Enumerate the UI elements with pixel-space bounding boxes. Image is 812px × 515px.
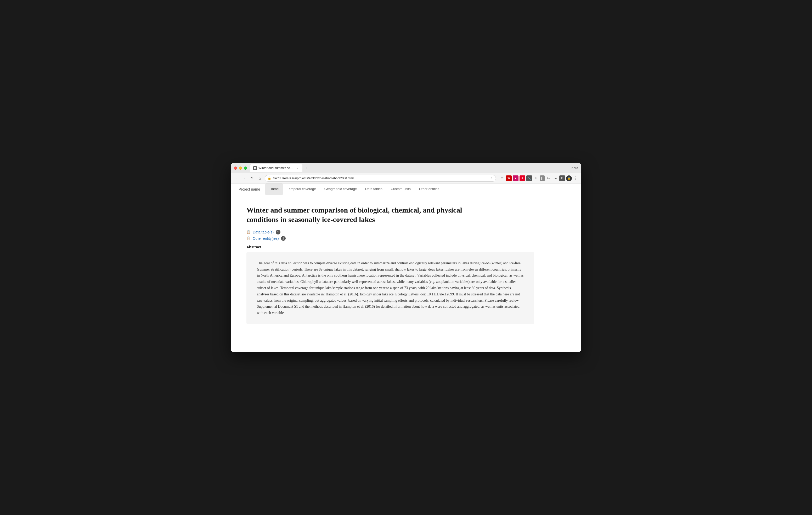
data-links: 📋 Data table(s) 1 📋 Other entity(ies) 1 (246, 230, 566, 241)
pinterest-icon[interactable]: P (520, 175, 525, 181)
abstract-section-title: Abstract (246, 245, 566, 249)
title-bar: 📄 Winter and summer compariso ✕ + Kara (231, 163, 581, 173)
nav-item-home[interactable]: Home (265, 183, 283, 195)
nav-item-other-entities[interactable]: Other entities (415, 183, 443, 195)
home-button[interactable]: ⌂ (257, 175, 263, 181)
forward-button[interactable]: › (241, 175, 247, 181)
tab-bar: 📄 Winter and summer compariso ✕ + (250, 164, 572, 172)
refresh-button[interactable]: ↻ (249, 175, 255, 181)
url-text: file:///Users/Kara/projects/emldown/inst… (273, 177, 354, 180)
tab-title: Winter and summer compariso (258, 166, 294, 170)
extension-icon-3[interactable]: 🔧 (526, 175, 532, 181)
traffic-lights (234, 166, 247, 170)
extension-icon-7[interactable]: ☁ (552, 175, 558, 181)
nav-item-temporal-coverage[interactable]: Temporal coverage (283, 183, 320, 195)
shield-icon[interactable]: 🛡 (499, 175, 505, 181)
browser-tab-active[interactable]: 📄 Winter and summer compariso ✕ (250, 164, 302, 172)
toolbar-icons: 🛡 W ♥ P 🔧 ✂ ▌ Aa ☁ G 🔒 ⋮ (499, 175, 579, 181)
tab-favicon-icon: 📄 (253, 166, 257, 170)
page-navigation: Project name Home Temporal coverage Geog… (231, 183, 581, 195)
data-tables-badge: 1 (276, 230, 281, 235)
extension-icon-9[interactable]: 🔒 (566, 175, 572, 181)
data-tables-link[interactable]: 📋 Data table(s) 1 (246, 230, 566, 235)
close-button[interactable] (234, 166, 237, 170)
more-options-button[interactable]: ⋮ (573, 175, 579, 181)
page-title: Winter and summer comparison of biologic… (246, 206, 482, 224)
extension-icon-6[interactable]: Aa (546, 175, 551, 181)
data-table-icon: 📋 (246, 230, 251, 234)
abstract-box: The goal of this data collection was to … (246, 252, 534, 324)
address-bar: ‹ › ↻ ⌂ 🔒 file:///Users/Kara/projects/em… (231, 173, 581, 183)
user-label: Kara (572, 166, 578, 170)
page-content: Winter and summer comparison of biologic… (231, 195, 581, 352)
other-entities-link[interactable]: 📋 Other entity(ies) 1 (246, 236, 566, 241)
extension-icon-1[interactable]: W (506, 175, 512, 181)
url-bar[interactable]: 🔒 file:///Users/Kara/projects/emldown/in… (265, 175, 496, 182)
nav-item-geographic-coverage[interactable]: Geographic coverage (320, 183, 361, 195)
new-tab-button[interactable]: + (303, 165, 310, 172)
nav-item-custom-units[interactable]: Custom units (387, 183, 415, 195)
abstract-text: The goal of this data collection was to … (257, 260, 524, 316)
extension-icon-4[interactable]: ✂ (533, 175, 539, 181)
lock-icon: 🔒 (268, 177, 271, 180)
nav-brand: Project name (239, 187, 260, 191)
other-entity-icon: 📋 (246, 236, 251, 241)
minimize-button[interactable] (239, 166, 242, 170)
tab-close-button[interactable]: ✕ (296, 166, 299, 170)
nav-item-data-tables[interactable]: Data tables (361, 183, 387, 195)
extension-icon-5[interactable]: ▌ (540, 175, 545, 181)
extension-icon-2[interactable]: ♥ (513, 175, 519, 181)
browser-window: 📄 Winter and summer compariso ✕ + Kara ‹… (231, 163, 581, 352)
bookmark-star-icon[interactable]: ☆ (490, 176, 493, 180)
other-entities-badge: 1 (281, 236, 286, 241)
back-button[interactable]: ‹ (233, 175, 239, 181)
extension-icon-8[interactable]: G (559, 175, 565, 181)
other-entities-link-text: Other entity(ies) (253, 236, 279, 241)
maximize-button[interactable] (244, 166, 247, 170)
data-tables-link-text: Data table(s) (253, 230, 273, 234)
